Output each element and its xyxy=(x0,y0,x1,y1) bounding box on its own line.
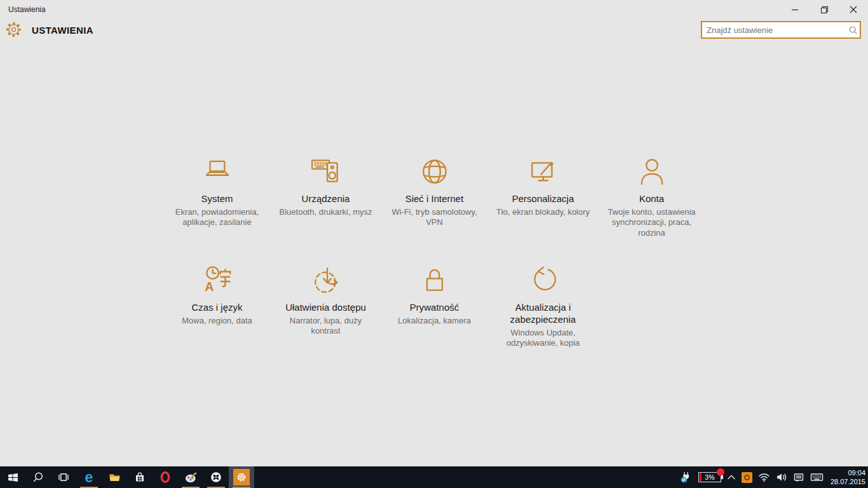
search-icon xyxy=(32,471,44,483)
settings-category-grid: System Ekran, powiadomienia, aplikacje, … xyxy=(163,155,706,372)
tile-subtitle: Twoje konto, ustawienia synchronizacji, … xyxy=(600,207,703,239)
tile-title: Prywatność xyxy=(383,302,486,314)
tile-title: Ułatwienia dostępu xyxy=(274,302,377,314)
battery-fill xyxy=(700,473,702,481)
tile-subtitle: Bluetooth, drukarki, mysz xyxy=(274,207,377,218)
taskbar-edge-button[interactable]: e xyxy=(76,466,102,488)
tile-title: Aktualizacja i zabezpieczenia xyxy=(491,302,595,326)
battery-percent: 3% xyxy=(705,473,714,481)
tile-accounts[interactable]: Konta Twoje konto, ustawienia synchroniz… xyxy=(597,155,706,264)
settings-accent-tile xyxy=(233,469,250,485)
tile-network[interactable]: Sieć i Internet Wi-Fi, tryb samolotowy, … xyxy=(380,155,489,264)
tile-title: Konta xyxy=(600,193,703,205)
tray-app-glyph xyxy=(744,475,750,480)
page-title: USTAWIENIA xyxy=(32,25,93,36)
search-box[interactable] xyxy=(701,21,861,39)
task-view-button[interactable] xyxy=(51,466,76,488)
tile-time-language[interactable]: A Czas i język Mowa, region, data xyxy=(163,264,271,372)
minimize-icon xyxy=(791,6,799,13)
power-plug-check-icon[interactable] xyxy=(680,471,693,484)
opera-icon xyxy=(159,471,171,484)
tile-ease-of-access[interactable]: Ułatwienia dostępu Narrator, lupa, duży … xyxy=(271,264,380,372)
clock-time: 09:04 xyxy=(831,468,865,477)
tile-subtitle: Mowa, region, data xyxy=(165,316,269,327)
tile-system[interactable]: System Ekran, powiadomienia, aplikacje, … xyxy=(163,155,271,264)
tile-subtitle: Wi-Fi, tryb samolotowy, VPN xyxy=(383,207,486,228)
restore-icon xyxy=(820,6,829,14)
taskbar-file-explorer-button[interactable] xyxy=(102,466,127,488)
taskbar-app-buttons: e xyxy=(0,466,254,488)
taskbar-clock[interactable]: 09:04 28.07.2015 xyxy=(829,468,865,487)
battery-indicator[interactable]: 3% xyxy=(698,472,721,482)
restore-button[interactable] xyxy=(810,0,839,19)
tile-title: Czas i język xyxy=(165,302,269,314)
taskbar-paint-button[interactable] xyxy=(178,466,203,488)
time-language-icon: A xyxy=(165,264,269,297)
search-icon[interactable] xyxy=(846,25,860,35)
xbox-icon xyxy=(210,471,222,483)
gear-icon xyxy=(236,472,247,482)
tile-title: Urządzenia xyxy=(274,193,377,205)
ease-of-access-icon xyxy=(274,264,377,297)
action-center-icon[interactable] xyxy=(793,472,804,483)
battery-alert-dot xyxy=(717,468,724,476)
minimize-button[interactable] xyxy=(780,0,810,19)
tile-subtitle: Tło, ekran blokady, kolory xyxy=(491,207,595,218)
taskbar-search-button[interactable] xyxy=(25,466,51,488)
start-button[interactable] xyxy=(0,466,25,488)
taskbar-xbox-button[interactable] xyxy=(203,466,229,488)
tile-update-security[interactable]: Aktualizacja i zabezpieczenia Windows Up… xyxy=(489,264,597,372)
hidden-icons-chevron[interactable] xyxy=(727,473,736,481)
wifi-icon[interactable] xyxy=(758,472,770,482)
tile-subtitle: Ekran, powiadomienia, aplikacje, zasilan… xyxy=(165,207,269,228)
taskbar-store-button[interactable] xyxy=(127,466,153,488)
tile-title: System xyxy=(165,193,269,205)
titlebar: Ustawienia xyxy=(0,0,868,19)
taskbar-opera-button[interactable] xyxy=(153,466,178,488)
system-laptop-icon xyxy=(165,155,269,188)
tile-personalization[interactable]: Personalizacja Tło, ekran blokady, kolor… xyxy=(489,155,597,264)
tile-subtitle: Lokalizacja, kamera xyxy=(383,316,486,327)
tray-app-icon[interactable] xyxy=(742,472,752,483)
devices-icon xyxy=(274,155,377,188)
update-security-icon xyxy=(491,264,595,297)
close-button[interactable] xyxy=(839,0,868,19)
tile-subtitle: Windows Update, odzyskiwanie, kopia xyxy=(491,328,595,349)
system-tray: 3% xyxy=(680,466,868,488)
settings-gear-icon xyxy=(5,21,22,38)
clock-date: 28.07.2015 xyxy=(831,477,865,486)
close-icon xyxy=(850,6,857,13)
tile-privacy[interactable]: Prywatność Lokalizacja, kamera xyxy=(380,264,489,372)
taskbar-settings-button[interactable] xyxy=(229,466,254,488)
search-input[interactable] xyxy=(702,25,846,35)
svg-text:A: A xyxy=(205,280,214,294)
tile-subtitle: Narrator, lupa, duży kontrast xyxy=(274,316,377,337)
window-title: Ustawienia xyxy=(8,5,46,14)
tile-title: Sieć i Internet xyxy=(383,193,486,205)
store-icon xyxy=(134,471,146,483)
paint-palette-icon xyxy=(185,471,197,484)
privacy-lock-icon xyxy=(383,264,486,297)
taskbar: e xyxy=(0,466,868,488)
windows-logo-icon xyxy=(8,472,18,483)
volume-icon[interactable] xyxy=(776,472,787,482)
keyboard-icon[interactable] xyxy=(810,472,824,482)
window-controls xyxy=(780,0,868,19)
network-globe-icon xyxy=(383,155,486,188)
tile-devices[interactable]: Urządzenia Bluetooth, drukarki, mysz xyxy=(271,155,380,264)
accounts-person-icon xyxy=(600,155,703,188)
edge-icon: e xyxy=(85,470,93,485)
settings-window: Ustawienia USTAWIENIA xyxy=(0,0,868,466)
personalization-icon xyxy=(491,155,595,188)
file-explorer-icon xyxy=(109,471,121,483)
tile-title: Personalizacja xyxy=(491,193,595,205)
task-view-icon xyxy=(58,471,69,483)
